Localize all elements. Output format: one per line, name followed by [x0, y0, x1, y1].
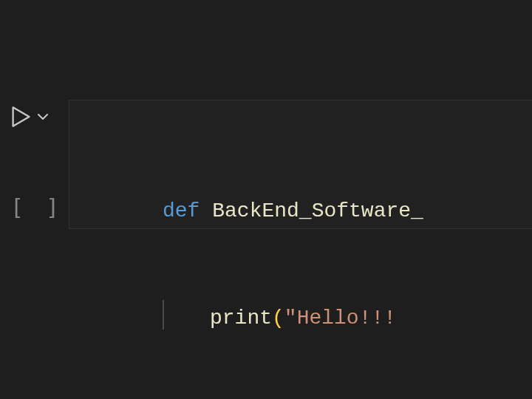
- execution-count: [ ]: [10, 194, 64, 220]
- function-name: BackEnd_Software_: [212, 200, 423, 222]
- indent-guide: [163, 300, 164, 330]
- code-line-1[interactable]: def BackEnd_Software_: [163, 194, 423, 229]
- code-block[interactable]: def BackEnd_Software_ print("Hello!!!: [163, 123, 423, 399]
- chevron-down-icon[interactable]: [35, 109, 50, 124]
- keyword-def: def: [163, 200, 200, 222]
- string-literal: "Hello!!!: [284, 307, 409, 330]
- call-print: print: [210, 307, 272, 330]
- paren-open: (: [272, 307, 284, 330]
- run-cell-icon[interactable]: [10, 106, 31, 128]
- code-line-2[interactable]: print("Hello!!!: [163, 300, 423, 335]
- svg-marker-0: [13, 107, 30, 126]
- code-cell[interactable]: def BackEnd_Software_ print("Hello!!!: [69, 100, 532, 229]
- space: [200, 200, 212, 222]
- run-controls: [10, 106, 50, 128]
- editor-area: def BackEnd_Software_ print("Hello!!! [ …: [0, 0, 532, 399]
